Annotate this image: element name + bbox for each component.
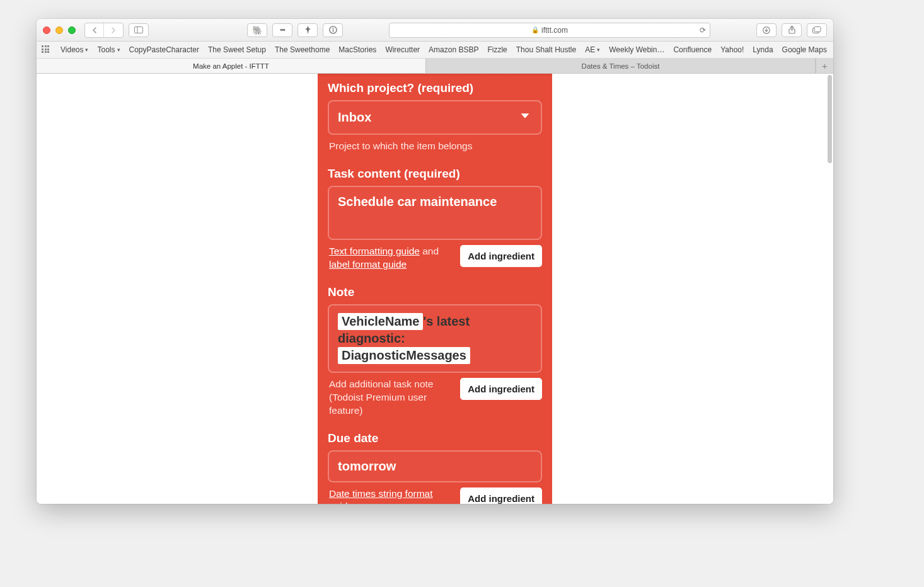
sidebar-toggle-button[interactable] bbox=[129, 23, 149, 37]
chevron-down-icon: ▾ bbox=[597, 47, 600, 53]
tab-title: Dates & Times – Todoist bbox=[582, 62, 660, 70]
note-input[interactable]: VehicleName's latest diagnostic: Diagnos… bbox=[328, 304, 542, 373]
safari-window: 🐘 ••• 🔒 ifttt.com ⟳ bbox=[37, 19, 833, 504]
pin-button[interactable] bbox=[297, 23, 318, 37]
favorite-the-sweethome[interactable]: The Sweethome bbox=[275, 45, 330, 54]
favorite-google-maps[interactable]: Google Maps bbox=[782, 45, 827, 54]
chevron-down-icon: ▾ bbox=[85, 47, 88, 53]
close-window-button[interactable] bbox=[43, 26, 50, 34]
due-hint-row: Date times string format guide Add ingre… bbox=[328, 482, 542, 504]
note-hint-row: Add additional task note (Todoist Premiu… bbox=[328, 373, 542, 418]
address-bar[interactable]: 🔒 ifttt.com ⟳ bbox=[389, 23, 710, 38]
text-formatting-guide-link[interactable]: Text formatting guide bbox=[329, 246, 420, 256]
minimize-window-button[interactable] bbox=[55, 26, 63, 34]
web-content: Which project? (required) Inbox Project … bbox=[37, 74, 833, 504]
forward-button[interactable] bbox=[104, 23, 123, 37]
note-label: Note bbox=[328, 271, 542, 304]
svg-rect-0 bbox=[135, 27, 143, 33]
tab-title: Make an Applet - IFTTT bbox=[193, 62, 269, 70]
nav-back-forward bbox=[84, 23, 124, 38]
favorite-weekly-webin-[interactable]: Weekly Webin… bbox=[609, 45, 664, 54]
scrollbar-thumb[interactable] bbox=[828, 75, 832, 163]
note-hint: Add additional task note (Todoist Premiu… bbox=[328, 378, 454, 418]
project-label: Which project? (required) bbox=[328, 74, 542, 100]
new-tab-button[interactable]: + bbox=[816, 59, 833, 73]
due-hint: Date times string format guide bbox=[328, 487, 454, 504]
task-content-value: Schedule car maintenance bbox=[338, 195, 497, 208]
favorite-ae[interactable]: AE▾ bbox=[585, 45, 600, 54]
tabs-overview-button[interactable] bbox=[807, 23, 827, 37]
window-controls bbox=[43, 26, 76, 34]
favorite-macstories[interactable]: MacStories bbox=[338, 45, 376, 54]
project-select-value: Inbox bbox=[338, 110, 371, 125]
svg-rect-8 bbox=[814, 27, 821, 32]
reload-button[interactable]: ⟳ bbox=[700, 26, 706, 35]
task-label: Task content (required) bbox=[328, 153, 542, 186]
favorites-bar: Videos▾Tools▾CopyPasteCharacterThe Sweet… bbox=[37, 42, 833, 59]
show-favorites-grid-button[interactable] bbox=[42, 45, 49, 54]
svg-rect-4 bbox=[332, 29, 333, 31]
due-date-label: Due date bbox=[328, 418, 542, 450]
back-button[interactable] bbox=[85, 23, 104, 37]
chevron-down-icon bbox=[518, 109, 532, 126]
project-hint: Project to which the item belongs bbox=[328, 135, 542, 153]
favorite-wirecutter[interactable]: Wirecutter bbox=[385, 45, 420, 54]
task-hint: Text formatting guide and label format g… bbox=[328, 245, 454, 271]
favorite-lynda[interactable]: Lynda bbox=[753, 45, 773, 54]
due-date-input[interactable]: tomorrow bbox=[328, 450, 542, 482]
favorite-copypastecharacter[interactable]: CopyPasteCharacter bbox=[129, 45, 199, 54]
favorite-tools[interactable]: Tools▾ bbox=[97, 45, 120, 54]
due-date-value: tomorrow bbox=[338, 459, 396, 473]
due-add-ingredient-button[interactable]: Add ingredient bbox=[460, 487, 542, 504]
zoom-window-button[interactable] bbox=[68, 26, 76, 34]
favorite-amazon-bsbp[interactable]: Amazon BSBP bbox=[429, 45, 478, 54]
url-host: ifttt.com bbox=[541, 26, 568, 35]
tab-todoist[interactable]: Dates & Times – Todoist bbox=[426, 59, 816, 73]
tab-bar: Make an Applet - IFTTT Dates & Times – T… bbox=[37, 59, 833, 74]
ingredient-vehicle-name[interactable]: VehicleName bbox=[338, 313, 423, 330]
date-format-guide-link[interactable]: Date times string format guide bbox=[329, 488, 433, 504]
project-select[interactable]: Inbox bbox=[328, 100, 542, 135]
info-button[interactable] bbox=[323, 23, 343, 37]
lock-icon: 🔒 bbox=[531, 26, 539, 33]
downloads-button[interactable] bbox=[756, 23, 777, 37]
ifttt-form: Which project? (required) Inbox Project … bbox=[318, 74, 552, 504]
chevron-down-icon: ▾ bbox=[117, 47, 120, 53]
address-bar-wrap: 🔒 ifttt.com ⟳ bbox=[348, 23, 751, 38]
favorite-yahoo-[interactable]: Yahoo! bbox=[720, 45, 744, 54]
favorite-fizzle[interactable]: Fizzle bbox=[487, 45, 507, 54]
tab-ifttt[interactable]: Make an Applet - IFTTT bbox=[37, 59, 426, 73]
favorite-videos[interactable]: Videos▾ bbox=[61, 45, 88, 54]
note-add-ingredient-button[interactable]: Add ingredient bbox=[460, 378, 542, 400]
page-scroll[interactable]: Which project? (required) Inbox Project … bbox=[37, 74, 833, 504]
ingredient-diagnostic-messages[interactable]: DiagnosticMessages bbox=[338, 347, 470, 364]
toolbar-right bbox=[756, 23, 827, 37]
favorite-thou-shalt-hustle[interactable]: Thou Shalt Hustle bbox=[516, 45, 576, 54]
favorite-the-sweet-setup[interactable]: The Sweet Setup bbox=[208, 45, 266, 54]
svg-point-3 bbox=[332, 28, 333, 29]
task-add-ingredient-button[interactable]: Add ingredient bbox=[460, 245, 542, 267]
label-format-guide-link[interactable]: label format guide bbox=[329, 259, 407, 270]
favorite-confluence[interactable]: Confluence bbox=[673, 45, 712, 54]
1password-button[interactable]: ••• bbox=[272, 23, 292, 37]
toolbar: 🐘 ••• 🔒 ifttt.com ⟳ bbox=[37, 19, 833, 42]
task-content-input[interactable]: Schedule car maintenance bbox=[328, 186, 542, 240]
task-hint-row: Text formatting guide and label format g… bbox=[328, 240, 542, 271]
evernote-button[interactable]: 🐘 bbox=[247, 23, 267, 37]
share-button[interactable] bbox=[782, 23, 802, 37]
